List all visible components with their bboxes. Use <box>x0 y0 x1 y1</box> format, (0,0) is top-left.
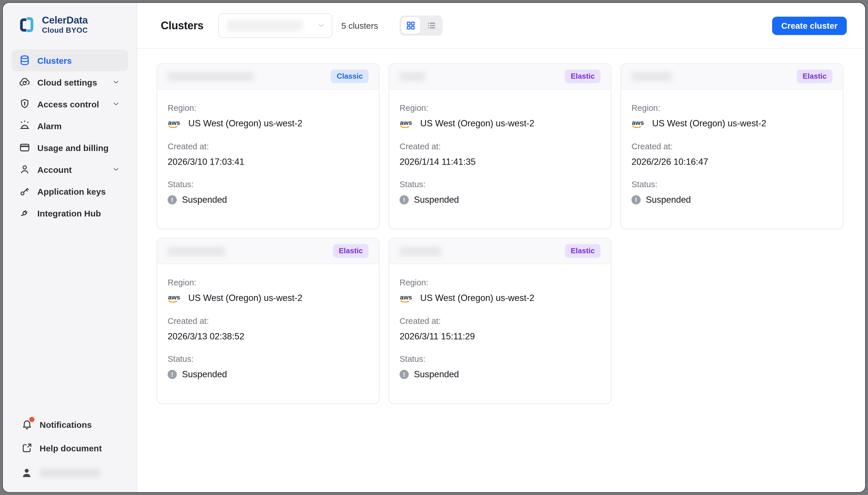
sidebar-item-label: Account <box>37 165 72 174</box>
region-value: aws US West (Oregon) us-west-2 <box>400 118 601 129</box>
status-field: Status: ! Suspended <box>168 355 368 380</box>
list-view-icon <box>426 21 436 31</box>
sidebar-item-clusters[interactable]: Clusters <box>12 50 128 71</box>
sidebar-item-access-control[interactable]: Access control <box>12 93 128 115</box>
sidebar-item-alarm[interactable]: Alarm <box>12 115 128 137</box>
cluster-card[interactable]: Elastic Region: aws US West (Oregon) us-… <box>621 63 843 229</box>
cluster-card[interactable]: Elastic Region: aws US West (Oregon) us-… <box>389 238 611 404</box>
cluster-type-badge: Elastic <box>333 244 368 258</box>
exclamation-circle-icon: ! <box>400 370 409 379</box>
brand-logo: CelerData Cloud BYOC <box>18 15 128 35</box>
created-at-label: Created at: <box>168 317 368 326</box>
aws-logo-icon: aws <box>400 119 415 129</box>
created-at-value: 2026/3/11 15:11:29 <box>400 331 601 342</box>
sidebar-item-label: Cloud settings <box>37 78 97 87</box>
sidebar-user[interactable] <box>12 462 128 483</box>
created-at-label: Created at: <box>400 142 601 151</box>
status-value: ! Suspended <box>168 194 368 206</box>
chevron-down-icon <box>317 21 326 30</box>
aws-logo-icon: aws <box>631 119 647 129</box>
sidebar-item-help-document[interactable]: Help document <box>12 437 128 459</box>
sidebar-item-label: Clusters <box>37 56 72 66</box>
status-text: Suspended <box>646 194 691 206</box>
cluster-name-redacted <box>400 246 441 255</box>
chevron-down-icon <box>111 100 121 109</box>
sidebar-item-label: Access control <box>37 99 99 109</box>
sidebar-item-label: Integration Hub <box>37 208 101 218</box>
main-area: Clusters 5 clusters <box>137 3 865 492</box>
region-text: US West (Oregon) us-west-2 <box>420 118 534 129</box>
status-text: Suspended <box>182 369 227 380</box>
sidebar-nav: Clusters Cloud settings Access control A… <box>12 50 128 224</box>
sidebar-item-application-keys[interactable]: Application keys <box>12 181 128 202</box>
exclamation-circle-icon: ! <box>168 370 177 379</box>
brand-name: CelerData <box>42 15 88 25</box>
status-field: Status: ! Suspended <box>168 180 368 206</box>
cluster-name-redacted <box>400 72 425 81</box>
cloud-sync-icon <box>19 76 31 88</box>
status-label: Status: <box>631 180 832 189</box>
cluster-card[interactable]: Elastic Region: aws US West (Oregon) us-… <box>389 63 611 229</box>
status-text: Suspended <box>414 369 459 380</box>
sidebar-item-usage-and-billing[interactable]: Usage and billing <box>12 137 128 159</box>
svg-text:aws: aws <box>400 294 412 301</box>
notification-dot <box>29 417 34 422</box>
cluster-count: 5 clusters <box>341 21 378 31</box>
avatar-icon <box>21 466 33 479</box>
cluster-grid: Classic Region: aws US West (Oregon) us-… <box>137 49 865 492</box>
status-label: Status: <box>400 180 601 189</box>
created-at-field: Created at: 2026/3/13 02:38:52 <box>168 317 368 342</box>
sidebar-item-notifications[interactable]: Notifications <box>12 413 128 435</box>
status-label: Status: <box>168 355 368 364</box>
exclamation-circle-icon: ! <box>631 195 641 204</box>
svg-text:aws: aws <box>168 294 180 301</box>
created-at-label: Created at: <box>400 317 601 326</box>
created-at-field: Created at: 2026/3/11 15:11:29 <box>400 317 601 342</box>
cluster-card-header: Elastic <box>389 238 611 264</box>
region-text: US West (Oregon) us-west-2 <box>188 293 302 304</box>
create-cluster-button[interactable]: Create cluster <box>772 16 847 35</box>
grid-view-button[interactable] <box>401 17 420 34</box>
cluster-name-redacted <box>631 72 672 81</box>
app-window: CelerData Cloud BYOC Clusters Cloud sett… <box>3 3 865 492</box>
region-field: Region: aws US West (Oregon) us-west-2 <box>168 278 368 304</box>
region-value: aws US West (Oregon) us-west-2 <box>400 292 601 304</box>
cluster-card[interactable]: Elastic Region: aws US West (Oregon) us-… <box>157 238 380 404</box>
created-at-value: 2026/3/13 02:38:52 <box>168 331 368 342</box>
status-value: ! Suspended <box>400 194 601 206</box>
shield-keyhole-icon <box>19 99 31 110</box>
user-icon <box>19 164 31 175</box>
region-text: US West (Oregon) us-west-2 <box>188 118 302 129</box>
sidebar-item-label: Alarm <box>37 121 62 131</box>
cluster-filter-select[interactable] <box>219 13 333 38</box>
list-view-button[interactable] <box>422 17 440 34</box>
key-icon <box>19 186 31 197</box>
cluster-card-header: Elastic <box>621 64 843 89</box>
sidebar-item-account[interactable]: Account <box>12 159 128 181</box>
cluster-card[interactable]: Classic Region: aws US West (Oregon) us-… <box>157 63 380 229</box>
page-title: Clusters <box>161 19 204 32</box>
sidebar-item-label: Help document <box>40 443 102 453</box>
status-field: Status: ! Suspended <box>400 355 601 380</box>
status-value: ! Suspended <box>400 369 601 380</box>
region-text: US West (Oregon) us-west-2 <box>652 118 766 129</box>
alarm-icon <box>19 120 31 132</box>
sidebar-footer-nav: Notifications Help document <box>12 413 128 459</box>
status-field: Status: ! Suspended <box>400 180 601 206</box>
region-field: Region: aws US West (Oregon) us-west-2 <box>168 103 368 129</box>
external-link-icon <box>21 442 33 454</box>
cluster-card-body: Region: aws US West (Oregon) us-west-2 C… <box>389 89 611 218</box>
region-field: Region: aws US West (Oregon) us-west-2 <box>400 278 601 304</box>
bell-icon <box>21 419 33 430</box>
region-field: Region: aws US West (Oregon) us-west-2 <box>400 103 601 129</box>
status-text: Suspended <box>182 194 227 206</box>
aws-logo-icon: aws <box>168 119 183 129</box>
page-header: Clusters 5 clusters <box>137 3 865 49</box>
created-at-value: 2026/1/14 11:41:35 <box>400 156 601 167</box>
sidebar-item-cloud-settings[interactable]: Cloud settings <box>12 71 128 93</box>
sidebar: CelerData Cloud BYOC Clusters Cloud sett… <box>3 3 137 492</box>
sidebar-item-label: Application keys <box>37 187 106 197</box>
cluster-card-header: Classic <box>157 64 379 89</box>
sidebar-item-integration-hub[interactable]: Integration Hub <box>12 202 128 224</box>
chevron-down-icon <box>111 165 121 174</box>
